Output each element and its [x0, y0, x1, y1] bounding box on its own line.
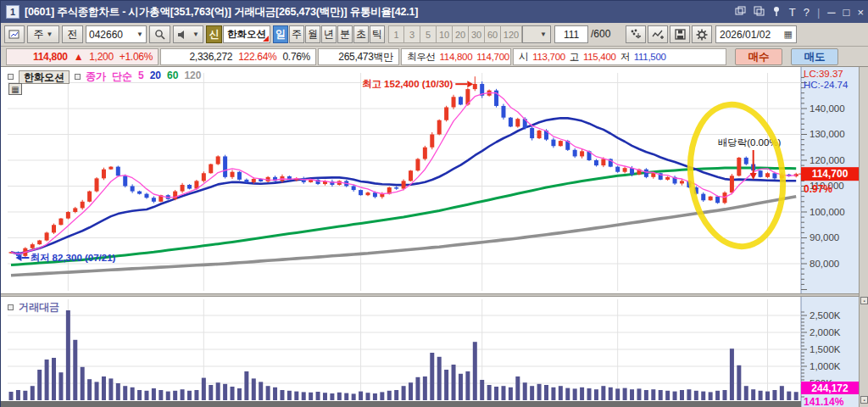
volume-summary-box: 2,336,272 122.64% 0.76%	[160, 48, 316, 65]
close-button[interactable]: ×	[857, 6, 864, 19]
period-day-button[interactable]: 일	[273, 25, 288, 43]
stock-code-input[interactable]: 042660▼	[86, 25, 147, 43]
period-year-button[interactable]: 년	[321, 25, 337, 43]
volume-ratio: 122.64%	[238, 51, 276, 63]
ma5-line	[11, 92, 796, 254]
interval-20-button[interactable]: 20	[453, 25, 469, 43]
date-picker[interactable]: 2026/01/02▦	[715, 25, 797, 43]
price-change: 1,200	[89, 51, 114, 63]
speaker-icon	[177, 30, 187, 40]
stock-chart-canvas[interactable]: 80,00090,000100,000110,000120,000130,000…	[1, 67, 868, 407]
title-bar[interactable]: 1 [0601] 주식종합차트 - 시가총액[351,763(억)] 거래대금[…	[1, 1, 868, 23]
right-scroll-strip: ▪ ▪	[859, 67, 868, 407]
pin-icon[interactable]	[772, 6, 782, 19]
chevron-down-icon: ▼	[136, 31, 143, 38]
high-annotation: 최고 152,400 (10/30)	[362, 79, 453, 89]
quote-bar: 114,800 ▲ 1,200 +1.06% 2,336,272 122.64%…	[1, 47, 868, 67]
chevron-down-icon: ▼	[47, 31, 53, 38]
legend-ma120[interactable]: 120	[184, 70, 201, 84]
add-indicator-button[interactable]	[648, 25, 668, 43]
custom-interval-dropdown[interactable]: ▼	[522, 25, 551, 43]
memo-corner-marker	[263, 36, 269, 42]
period-second-button[interactable]: 초	[353, 25, 369, 43]
period-week-button[interactable]: 주	[289, 25, 304, 43]
app-window: 1 [0601] 주식종합차트 - 시가총액[351,763(억)] 거래대금[…	[0, 0, 868, 407]
last-volume-pct: 141.14%	[804, 396, 844, 407]
prev-stock-button[interactable]: 전	[62, 25, 83, 43]
low-annotation: 최저 82,300 (07/21)	[30, 253, 115, 263]
minute-interval-group: 1 3 5 10 20 30 60 120	[388, 25, 522, 43]
chart-area: 80,00090,000100,000110,000120,000130,000…	[1, 67, 868, 407]
interval-30-button[interactable]: 30	[469, 25, 485, 43]
maximize-button[interactable]: □	[843, 6, 850, 19]
interval-120-button[interactable]: 120	[501, 25, 522, 43]
legend-stock-name[interactable]: 한화오션	[19, 70, 70, 84]
turnover-rate: 0.76%	[282, 51, 310, 63]
legend-ma60[interactable]: 60	[167, 70, 178, 84]
panel-collapse-icon[interactable]: ▪	[860, 396, 868, 404]
legend-checkbox[interactable]	[8, 304, 14, 310]
help-icon[interactable]: ?	[804, 6, 810, 19]
candles	[9, 76, 798, 258]
high-label: 고	[570, 51, 579, 64]
interval-1-button[interactable]: 1	[388, 25, 404, 43]
period-minute-button[interactable]: 분	[337, 25, 353, 43]
buy-button[interactable]: 매수	[735, 48, 782, 65]
settings-gear-button[interactable]	[692, 25, 712, 43]
interval-3-button[interactable]: 3	[404, 25, 420, 43]
volume-axis-label: 1,500K	[810, 344, 841, 354]
best-ask: 114,800	[440, 52, 473, 62]
panel-divider[interactable]	[1, 293, 859, 297]
cascade-icon[interactable]	[735, 6, 746, 19]
stock-name-field[interactable]: 한화오션	[223, 25, 270, 43]
search-button[interactable]	[149, 25, 170, 43]
open-price: 113,700	[532, 52, 565, 62]
up-arrow-icon: ▲	[74, 51, 84, 63]
compare-stock-button[interactable]	[626, 25, 646, 43]
sound-alert-dropdown[interactable]: ▼	[173, 25, 203, 43]
price-axis-label: 80,000	[810, 259, 839, 269]
current-price: 114,800	[33, 51, 68, 63]
volume-axis-label: 1,000K	[810, 361, 841, 371]
new-stock-badge: 신	[206, 25, 222, 43]
copy-icon[interactable]	[754, 6, 765, 19]
legend-checkbox[interactable]	[8, 74, 14, 80]
text-tool-icon[interactable]: T	[789, 6, 796, 19]
popout-chart-button[interactable]	[4, 25, 25, 43]
low-label: 저	[620, 51, 630, 64]
price-axis-label: 100,000	[810, 207, 845, 217]
bar-count-max-label: /600	[591, 28, 610, 40]
interval-10-button[interactable]: 10	[437, 25, 453, 43]
save-button[interactable]	[670, 25, 690, 43]
volume-legend-label: 거래대금	[19, 300, 59, 315]
chart-grid-toggle-icon[interactable]: ▦	[8, 83, 22, 95]
period-tick-button[interactable]: 틱	[370, 25, 385, 43]
high-price: 115,400	[583, 52, 616, 62]
window-title: [0601] 주식종합차트 - 시가총액[351,763(억)] 거래대금[26…	[25, 5, 418, 20]
open-label: 시	[519, 51, 528, 64]
price-axis-label: 120,000	[810, 155, 845, 165]
legend-checkbox[interactable]	[75, 74, 81, 80]
price-change-pct: +1.06%	[120, 51, 153, 63]
calendar-icon: ▦	[784, 29, 793, 40]
interval-60-button[interactable]: 60	[485, 25, 501, 43]
last-price-box: 114,700	[812, 168, 849, 180]
minimize-button[interactable]: ─	[827, 6, 835, 19]
chevron-down-icon: ▼	[540, 31, 547, 38]
legend-ma5[interactable]: 5	[138, 70, 144, 84]
legend-ma20[interactable]: 20	[150, 70, 161, 84]
sell-button[interactable]: 매도	[791, 48, 838, 65]
hc-value: HC:-24.74	[804, 80, 849, 90]
trade-value-box: 265,473백만	[318, 48, 399, 65]
low-price: 111,500	[634, 52, 666, 62]
legend-close-label: 종가	[86, 70, 106, 84]
volume-bars	[9, 310, 798, 400]
chart-style-dropdown[interactable]: 주▼	[27, 25, 59, 43]
bar-count-input[interactable]: 111	[554, 25, 588, 43]
price-axis-label: 140,000	[810, 103, 845, 114]
price-axis-label: 130,000	[810, 129, 845, 139]
interval-5-button[interactable]: 5	[420, 25, 437, 43]
panel-collapse-icon[interactable]: ▪	[860, 297, 868, 304]
period-month-button[interactable]: 월	[305, 25, 320, 43]
chart-legend: 한화오션 종가 단순 5 20 60 120	[8, 70, 201, 84]
